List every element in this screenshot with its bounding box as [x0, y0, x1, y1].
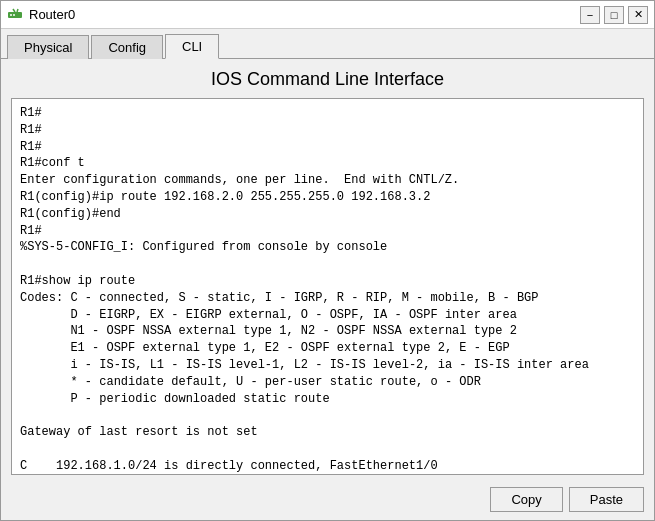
- svg-point-2: [13, 14, 15, 16]
- tab-config[interactable]: Config: [91, 35, 163, 59]
- button-bar: Copy Paste: [1, 483, 654, 520]
- tab-physical[interactable]: Physical: [7, 35, 89, 59]
- close-button[interactable]: ✕: [628, 6, 648, 24]
- title-bar-left: Router0: [7, 7, 75, 23]
- svg-point-1: [10, 14, 12, 16]
- title-bar: Router0 − □ ✕: [1, 1, 654, 29]
- tab-cli[interactable]: CLI: [165, 34, 219, 59]
- router-icon: [7, 7, 23, 23]
- svg-line-4: [17, 9, 18, 12]
- page-title: IOS Command Line Interface: [1, 59, 654, 98]
- copy-button[interactable]: Copy: [490, 487, 562, 512]
- title-bar-controls: − □ ✕: [580, 6, 648, 24]
- maximize-button[interactable]: □: [604, 6, 624, 24]
- router-window: Router0 − □ ✕ Physical Config CLI IOS Co…: [0, 0, 655, 521]
- paste-button[interactable]: Paste: [569, 487, 644, 512]
- svg-line-3: [13, 9, 15, 12]
- minimize-button[interactable]: −: [580, 6, 600, 24]
- terminal-container: R1# R1# R1# R1#conf t Enter configuratio…: [11, 98, 644, 475]
- tab-bar: Physical Config CLI: [1, 29, 654, 59]
- terminal-output[interactable]: R1# R1# R1# R1#conf t Enter configuratio…: [12, 99, 643, 474]
- window-title: Router0: [29, 7, 75, 22]
